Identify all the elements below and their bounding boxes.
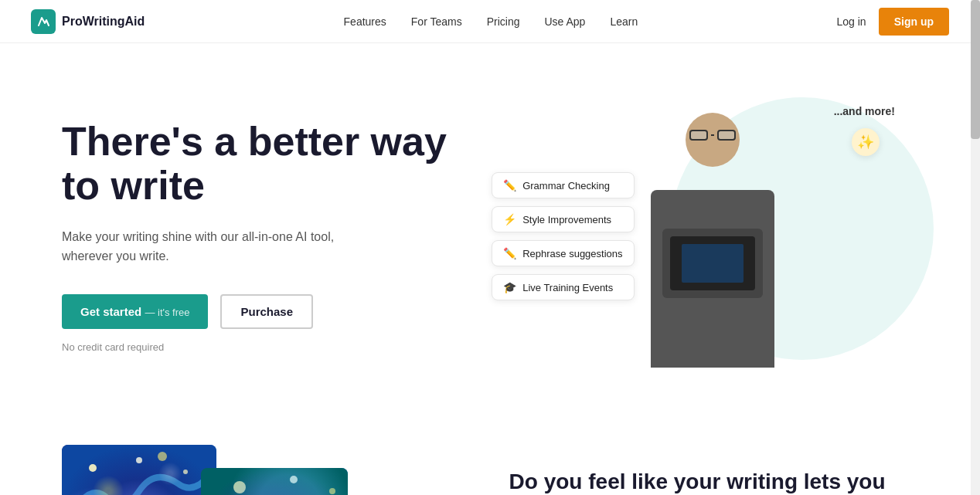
section2-artwork: My idea in my head [62,445,447,495]
hero-buttons: Get started — it's free Purchase [62,294,464,329]
artwork-card-front [201,468,348,495]
hero-illustration [628,105,798,368]
feature-tags-container: ✏️ Grammar Checking ⚡ Style Improvements… [492,172,634,300]
svg-rect-8 [201,468,348,495]
svg-rect-1 [62,445,216,495]
section2-content: Do you feel like your writing lets you d… [509,445,918,495]
feature-tag-training: 🎓 Live Training Events [492,274,634,300]
login-button[interactable]: Log in [837,15,866,28]
svg-point-11 [329,488,335,494]
feature-tag-rephrase: ✏️ Rephrase suggestions [492,240,634,266]
svg-point-4 [183,470,188,474]
nav-use-app[interactable]: Use App [544,15,585,28]
nav-features[interactable]: Features [344,15,386,28]
purchase-button[interactable]: Purchase [220,294,313,329]
nav-links: Features For Teams Pricing Use App Learn [344,15,638,29]
svg-point-5 [158,452,167,461]
get-started-button[interactable]: Get started — it's free [62,294,208,329]
sparkle-icon: ✨ [852,128,880,156]
hero-subtitle: Make your writing shine with our all-in-… [62,227,371,266]
hero-left: There's a better way to write Make your … [62,120,464,353]
artwork-card-back [62,445,216,495]
nav-learn[interactable]: Learn [610,15,638,28]
navbar: ProWritingAid Features For Teams Pricing… [0,0,980,43]
signup-button[interactable]: Sign up [879,8,949,36]
svg-point-10 [290,476,298,483]
rephrase-icon: ✏️ [503,247,516,259]
style-icon: ⚡ [503,213,516,225]
feature-tag-grammar: ✏️ Grammar Checking [492,172,634,198]
section2-title: Do you feel like your writing lets you d… [509,468,918,495]
person-glasses [689,131,736,140]
nav-for-teams[interactable]: For Teams [411,15,462,28]
person-laptop [662,229,763,298]
svg-point-9 [233,481,246,493]
hero-right: ✏️ Grammar Checking ⚡ Style Improvements… [507,90,918,383]
nav-actions: Log in Sign up [837,8,949,36]
grammar-icon: ✏️ [503,179,516,192]
feature-tag-style: ⚡ Style Improvements [492,206,634,232]
logo-link[interactable]: ProWritingAid [31,9,145,34]
svg-point-3 [136,457,142,463]
no-credit-card-text: No credit card required [62,341,464,353]
and-more-label: ...and more! [834,105,895,117]
nav-pricing[interactable]: Pricing [487,15,520,28]
training-icon: 🎓 [503,281,516,293]
artwork-stack: My idea in my head [62,445,356,495]
hero-section: There's a better way to write Make your … [0,43,980,414]
page-scrollbar[interactable] [971,0,980,495]
section2: My idea in my head Do you feel like your… [0,414,980,495]
scrollbar-thumb[interactable] [971,0,980,139]
logo-icon [31,9,56,34]
svg-point-2 [89,464,97,472]
hero-title: There's a better way to write [62,120,464,208]
logo-text: ProWritingAid [62,15,145,29]
